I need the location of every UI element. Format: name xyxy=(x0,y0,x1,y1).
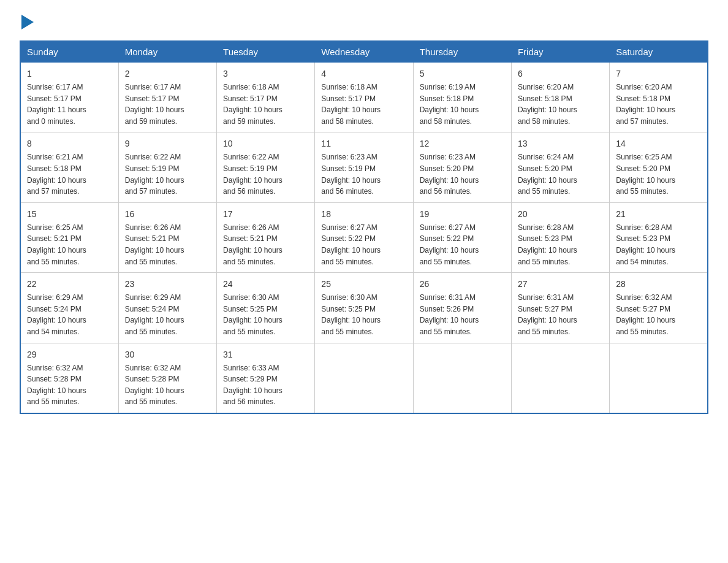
day-number: 12 xyxy=(420,137,505,150)
day-info: Sunrise: 6:32 AMSunset: 5:28 PMDaylight:… xyxy=(27,362,112,408)
day-info: Sunrise: 6:33 AMSunset: 5:29 PMDaylight:… xyxy=(223,362,308,408)
day-info: Sunrise: 6:32 AMSunset: 5:27 PMDaylight:… xyxy=(616,292,701,337)
calendar-cell: 14Sunrise: 6:25 AMSunset: 5:20 PMDayligh… xyxy=(610,132,708,202)
logo xyxy=(20,15,34,31)
day-number: 27 xyxy=(518,278,603,291)
day-info: Sunrise: 6:23 AMSunset: 5:20 PMDaylight:… xyxy=(420,151,505,197)
day-number: 6 xyxy=(518,67,603,80)
page-header xyxy=(20,15,708,31)
calendar-cell: 27Sunrise: 6:31 AMSunset: 5:27 PMDayligh… xyxy=(511,273,609,343)
day-info: Sunrise: 6:23 AMSunset: 5:19 PMDaylight:… xyxy=(321,151,406,197)
header-saturday: Saturday xyxy=(610,41,708,63)
header-monday: Monday xyxy=(118,41,216,63)
day-number: 9 xyxy=(125,137,210,150)
calendar-week-row: 15Sunrise: 6:25 AMSunset: 5:21 PMDayligh… xyxy=(20,202,708,272)
calendar-cell: 20Sunrise: 6:28 AMSunset: 5:23 PMDayligh… xyxy=(511,202,609,272)
day-number: 24 xyxy=(223,278,308,291)
day-info: Sunrise: 6:28 AMSunset: 5:23 PMDaylight:… xyxy=(518,222,603,267)
calendar-week-row: 1Sunrise: 6:17 AMSunset: 5:17 PMDaylight… xyxy=(20,63,708,132)
day-number: 22 xyxy=(27,278,112,291)
day-number: 31 xyxy=(223,348,308,361)
calendar-cell: 4Sunrise: 6:18 AMSunset: 5:17 PMDaylight… xyxy=(315,63,413,132)
day-info: Sunrise: 6:29 AMSunset: 5:24 PMDaylight:… xyxy=(125,292,210,337)
calendar-cell: 26Sunrise: 6:31 AMSunset: 5:26 PMDayligh… xyxy=(413,273,511,343)
calendar-cell: 30Sunrise: 6:32 AMSunset: 5:28 PMDayligh… xyxy=(118,343,216,413)
calendar-cell: 1Sunrise: 6:17 AMSunset: 5:17 PMDaylight… xyxy=(20,63,118,132)
day-number: 5 xyxy=(420,67,505,80)
calendar-cell: 8Sunrise: 6:21 AMSunset: 5:18 PMDaylight… xyxy=(20,132,118,202)
day-info: Sunrise: 6:29 AMSunset: 5:24 PMDaylight:… xyxy=(27,292,112,337)
calendar-week-row: 29Sunrise: 6:32 AMSunset: 5:28 PMDayligh… xyxy=(20,343,708,413)
day-info: Sunrise: 6:26 AMSunset: 5:21 PMDaylight:… xyxy=(125,222,210,267)
calendar-cell: 24Sunrise: 6:30 AMSunset: 5:25 PMDayligh… xyxy=(217,273,315,343)
day-info: Sunrise: 6:19 AMSunset: 5:18 PMDaylight:… xyxy=(420,82,505,127)
calendar-table: SundayMondayTuesdayWednesdayThursdayFrid… xyxy=(20,40,708,414)
calendar-cell: 18Sunrise: 6:27 AMSunset: 5:22 PMDayligh… xyxy=(315,202,413,272)
day-number: 8 xyxy=(27,137,112,150)
day-number: 21 xyxy=(616,208,701,221)
day-info: Sunrise: 6:22 AMSunset: 5:19 PMDaylight:… xyxy=(223,151,308,197)
day-info: Sunrise: 6:25 AMSunset: 5:20 PMDaylight:… xyxy=(616,151,701,197)
day-info: Sunrise: 6:27 AMSunset: 5:22 PMDaylight:… xyxy=(321,222,406,267)
day-info: Sunrise: 6:20 AMSunset: 5:18 PMDaylight:… xyxy=(518,82,603,127)
day-number: 23 xyxy=(125,278,210,291)
day-number: 20 xyxy=(518,208,603,221)
calendar-cell xyxy=(610,343,708,413)
day-number: 10 xyxy=(223,137,308,150)
day-info: Sunrise: 6:30 AMSunset: 5:25 PMDaylight:… xyxy=(321,292,406,337)
day-number: 7 xyxy=(616,67,701,80)
day-number: 28 xyxy=(616,278,701,291)
calendar-cell: 7Sunrise: 6:20 AMSunset: 5:18 PMDaylight… xyxy=(610,63,708,132)
calendar-cell xyxy=(511,343,609,413)
calendar-cell: 23Sunrise: 6:29 AMSunset: 5:24 PMDayligh… xyxy=(118,273,216,343)
day-number: 11 xyxy=(321,137,406,150)
day-info: Sunrise: 6:18 AMSunset: 5:17 PMDaylight:… xyxy=(223,82,308,127)
day-info: Sunrise: 6:32 AMSunset: 5:28 PMDaylight:… xyxy=(125,362,210,408)
header-friday: Friday xyxy=(511,41,609,63)
logo-triangle-icon xyxy=(21,15,34,29)
day-info: Sunrise: 6:31 AMSunset: 5:26 PMDaylight:… xyxy=(420,292,505,337)
day-number: 18 xyxy=(321,208,406,221)
day-number: 1 xyxy=(27,67,112,80)
day-info: Sunrise: 6:26 AMSunset: 5:21 PMDaylight:… xyxy=(223,222,308,267)
day-number: 29 xyxy=(27,348,112,361)
calendar-cell: 15Sunrise: 6:25 AMSunset: 5:21 PMDayligh… xyxy=(20,202,118,272)
calendar-cell: 29Sunrise: 6:32 AMSunset: 5:28 PMDayligh… xyxy=(20,343,118,413)
day-info: Sunrise: 6:24 AMSunset: 5:20 PMDaylight:… xyxy=(518,151,603,197)
calendar-cell: 19Sunrise: 6:27 AMSunset: 5:22 PMDayligh… xyxy=(413,202,511,272)
calendar-cell: 10Sunrise: 6:22 AMSunset: 5:19 PMDayligh… xyxy=(217,132,315,202)
day-number: 15 xyxy=(27,208,112,221)
day-number: 17 xyxy=(223,208,308,221)
day-number: 3 xyxy=(223,67,308,80)
day-number: 25 xyxy=(321,278,406,291)
calendar-cell: 21Sunrise: 6:28 AMSunset: 5:23 PMDayligh… xyxy=(610,202,708,272)
day-number: 13 xyxy=(518,137,603,150)
day-number: 2 xyxy=(125,67,210,80)
header-wednesday: Wednesday xyxy=(315,41,413,63)
day-info: Sunrise: 6:17 AMSunset: 5:17 PMDaylight:… xyxy=(27,82,112,127)
calendar-cell: 12Sunrise: 6:23 AMSunset: 5:20 PMDayligh… xyxy=(413,132,511,202)
day-number: 14 xyxy=(616,137,701,150)
day-info: Sunrise: 6:30 AMSunset: 5:25 PMDaylight:… xyxy=(223,292,308,337)
day-info: Sunrise: 6:22 AMSunset: 5:19 PMDaylight:… xyxy=(125,151,210,197)
calendar-cell: 28Sunrise: 6:32 AMSunset: 5:27 PMDayligh… xyxy=(610,273,708,343)
day-info: Sunrise: 6:17 AMSunset: 5:17 PMDaylight:… xyxy=(125,82,210,127)
day-info: Sunrise: 6:20 AMSunset: 5:18 PMDaylight:… xyxy=(616,82,701,127)
day-number: 26 xyxy=(420,278,505,291)
header-sunday: Sunday xyxy=(20,41,118,63)
calendar-cell xyxy=(413,343,511,413)
calendar-cell: 6Sunrise: 6:20 AMSunset: 5:18 PMDaylight… xyxy=(511,63,609,132)
calendar-cell: 9Sunrise: 6:22 AMSunset: 5:19 PMDaylight… xyxy=(118,132,216,202)
calendar-header-row: SundayMondayTuesdayWednesdayThursdayFrid… xyxy=(20,41,708,63)
day-info: Sunrise: 6:31 AMSunset: 5:27 PMDaylight:… xyxy=(518,292,603,337)
calendar-cell: 11Sunrise: 6:23 AMSunset: 5:19 PMDayligh… xyxy=(315,132,413,202)
calendar-cell: 22Sunrise: 6:29 AMSunset: 5:24 PMDayligh… xyxy=(20,273,118,343)
header-tuesday: Tuesday xyxy=(217,41,315,63)
day-number: 4 xyxy=(321,67,406,80)
calendar-cell xyxy=(315,343,413,413)
day-info: Sunrise: 6:25 AMSunset: 5:21 PMDaylight:… xyxy=(27,222,112,267)
calendar-cell: 2Sunrise: 6:17 AMSunset: 5:17 PMDaylight… xyxy=(118,63,216,132)
calendar-cell: 13Sunrise: 6:24 AMSunset: 5:20 PMDayligh… xyxy=(511,132,609,202)
calendar-cell: 17Sunrise: 6:26 AMSunset: 5:21 PMDayligh… xyxy=(217,202,315,272)
calendar-week-row: 22Sunrise: 6:29 AMSunset: 5:24 PMDayligh… xyxy=(20,273,708,343)
